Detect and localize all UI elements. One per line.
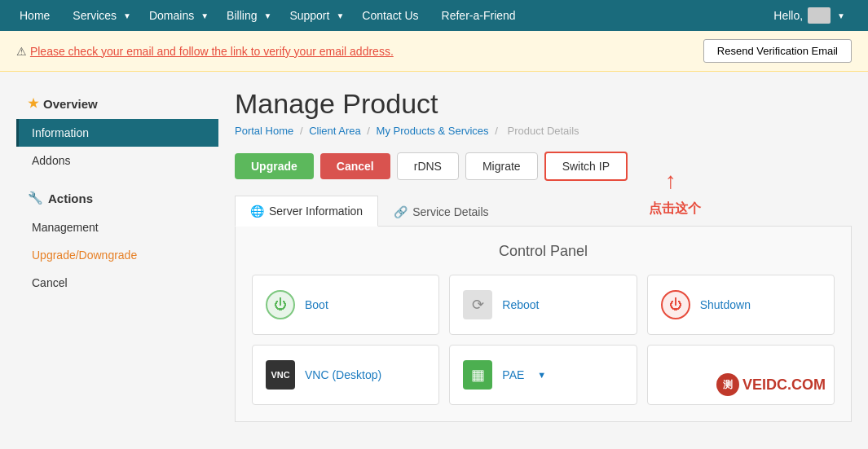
reboot-icon: ⟳ <box>463 290 492 319</box>
breadcrumb: Portal Home / Client Area / My Products … <box>235 125 852 137</box>
top-navigation: Home Services ▼ Domains ▼ Billing ▼ Supp… <box>0 0 868 31</box>
sidebar-overview-heading: ★ Overview <box>16 88 218 119</box>
user-menu-arrow-icon[interactable]: ▼ <box>837 11 845 20</box>
user-greeting: Hello, ▼ <box>765 7 860 24</box>
star-icon: ★ <box>28 96 38 111</box>
nav-domains-arrow-icon[interactable]: ▼ <box>200 11 209 20</box>
watermark-cell: 测 VEIDC.COM <box>647 345 835 405</box>
sidebar-item-cancel[interactable]: Cancel <box>16 269 218 297</box>
migrate-button[interactable]: Migrate <box>465 152 538 180</box>
nav-billing-link[interactable]: Billing <box>215 0 262 31</box>
nav-home[interactable]: Home <box>8 0 61 31</box>
page-title: Manage Product <box>235 88 852 120</box>
nav-billing-dropdown: Billing ▼ <box>215 0 278 31</box>
upgrade-button[interactable]: Upgrade <box>235 153 314 179</box>
control-panel-title: Control Panel <box>252 243 835 260</box>
globe-icon: 🌐 <box>250 205 264 218</box>
control-panel-grid: ⏻ Boot ⟳ Reboot ⏻ Shutdown VNC VNC (Desk… <box>252 275 835 405</box>
nav-support-link[interactable]: Support <box>278 0 334 31</box>
watermark-text: VEIDC.COM <box>742 376 826 394</box>
cp-pae[interactable]: ▦ PAE ▼ <box>449 345 637 405</box>
main-content: Manage Product Portal Home / Client Area… <box>235 88 852 422</box>
main-layout: ★ Overview Information Addons 🔧 Actions … <box>0 72 868 438</box>
sidebar-actions-heading: 🔧 Actions <box>16 183 218 213</box>
breadcrumb-my-products[interactable]: My Products & Services <box>377 125 489 137</box>
switch-ip-button[interactable]: Switch IP <box>544 152 628 181</box>
cp-reboot[interactable]: ⟳ Reboot <box>449 275 637 335</box>
action-buttons-row: Upgrade Cancel rDNS Migrate Switch IP ↑ … <box>235 152 852 181</box>
sidebar-item-addons[interactable]: Addons <box>16 147 218 174</box>
cancel-button[interactable]: Cancel <box>320 153 390 179</box>
nav-billing-arrow-icon[interactable]: ▼ <box>263 11 271 20</box>
nav-domains-link[interactable]: Domains <box>138 0 199 31</box>
tab-server-information[interactable]: 🌐 Server Information <box>235 196 378 227</box>
pae-dropdown-arrow-icon: ▼ <box>537 370 546 380</box>
nav-services-link[interactable]: Services <box>61 0 121 31</box>
sidebar: ★ Overview Information Addons 🔧 Actions … <box>16 88 218 422</box>
nav-support-dropdown: Support ▼ <box>278 0 350 31</box>
nav-services-arrow-icon[interactable]: ▼ <box>123 11 131 20</box>
cp-boot[interactable]: ⏻ Boot <box>252 275 439 335</box>
nav-domains-dropdown: Domains ▼ <box>138 0 215 31</box>
pae-icon: ▦ <box>463 360 492 390</box>
breadcrumb-product-details: Product Details <box>507 125 579 137</box>
share-icon: 🔗 <box>394 205 408 218</box>
cp-shutdown[interactable]: ⏻ Shutdown <box>647 275 835 335</box>
alert-bar: ⚠ Please check your email and follow the… <box>0 31 868 72</box>
user-avatar <box>808 7 831 24</box>
tab-service-details[interactable]: 🔗 Service Details <box>378 196 504 227</box>
sidebar-item-information[interactable]: Information <box>16 119 218 147</box>
alert-message: ⚠ Please check your email and follow the… <box>16 45 394 58</box>
tabs-row: 🌐 Server Information 🔗 Service Details <box>235 196 852 227</box>
annotation-arrow-icon: ↑ <box>665 168 676 194</box>
breadcrumb-client-area[interactable]: Client Area <box>309 125 361 137</box>
vnc-icon: VNC <box>266 360 295 390</box>
nav-services-dropdown: Services ▼ <box>61 0 138 31</box>
nav-refer[interactable]: Refer-a-Friend <box>430 0 527 31</box>
nav-contact[interactable]: Contact Us <box>350 0 430 31</box>
watermark-icon: 测 <box>716 373 739 396</box>
watermark: 测 VEIDC.COM <box>716 373 826 396</box>
nav-support-arrow-icon[interactable]: ▼ <box>336 11 344 20</box>
breadcrumb-portal-home[interactable]: Portal Home <box>235 125 293 137</box>
shutdown-icon: ⏻ <box>661 290 690 319</box>
sidebar-item-management[interactable]: Management <box>16 213 218 241</box>
wrench-icon: 🔧 <box>28 191 43 205</box>
boot-icon: ⏻ <box>266 290 295 319</box>
cp-vnc[interactable]: VNC VNC (Desktop) <box>252 345 439 405</box>
rdns-button[interactable]: rDNS <box>397 152 459 180</box>
control-panel: Control Panel ⏻ Boot ⟳ Reboot ⏻ Shutdown… <box>235 227 852 422</box>
annotation-text: 点击这个 <box>649 200 701 218</box>
resend-verification-button[interactable]: Resend Verification Email <box>703 39 852 63</box>
switch-ip-wrapper: Switch IP ↑ 点击这个 <box>544 152 628 181</box>
sidebar-item-upgrade-downgrade[interactable]: Upgrade/Downgrade <box>16 241 218 269</box>
